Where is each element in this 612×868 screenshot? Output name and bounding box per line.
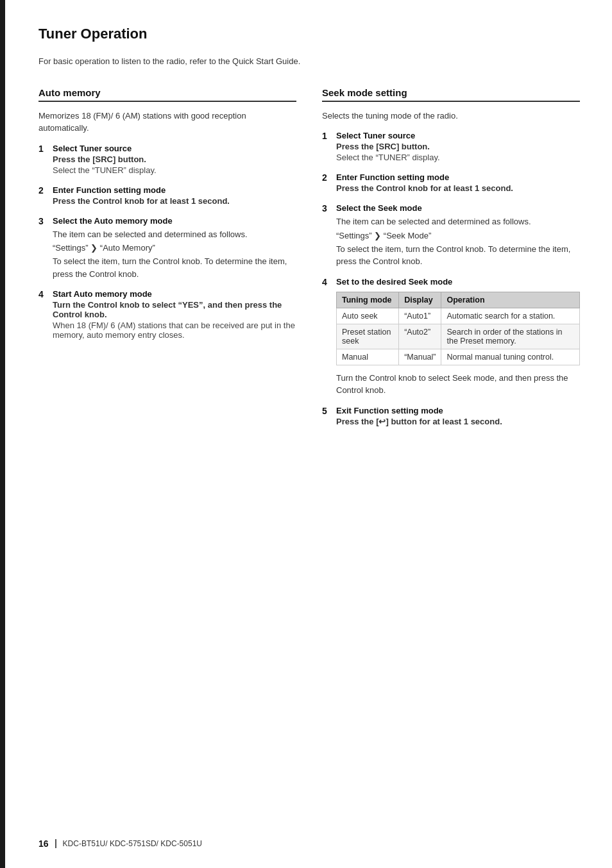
seek-table-row-2-operation: Search in order of the stations in the P…: [441, 324, 580, 349]
footer-page-number: 16: [38, 839, 49, 849]
seek-step-3: 3 Select the Seek mode The item can be s…: [322, 203, 580, 268]
footer-divider: [55, 839, 56, 848]
auto-step-3-settings: “Settings” ❯ “Auto Memory”: [53, 243, 296, 253]
seek-table-row-3: Manual “Manual” Normal manual tuning con…: [337, 349, 580, 365]
auto-step-1-subtext: Press the [SRC] button.: [53, 154, 296, 164]
seek-step-4-after-table: Turn the Control knob to select Seek mod…: [336, 372, 580, 397]
auto-step-3-heading: Select the Auto memory mode: [53, 216, 296, 226]
seek-mode-desc: Selects the tuning mode of the radio.: [322, 110, 580, 122]
auto-step-1-light: Select the “TUNER” display.: [53, 165, 296, 175]
seek-table-row-1-mode: Auto seek: [337, 308, 399, 324]
auto-step-4: 4 Start Auto memory mode Turn the Contro…: [38, 289, 296, 341]
footer-model: KDC-BT51U/ KDC-5751SD/ KDC-5051U: [63, 839, 202, 848]
auto-memory-title: Auto memory: [38, 87, 296, 102]
intro-text: For basic operation to listen to the rad…: [38, 55, 580, 68]
seek-step-2-heading: Enter Function setting mode: [336, 172, 580, 182]
seek-step-4-number: 4: [322, 277, 332, 287]
auto-step-1-heading: Select Tuner source: [53, 144, 296, 153]
auto-step-2-number: 2: [38, 185, 49, 196]
seek-step-1-heading: Select Tuner source: [336, 131, 580, 140]
seek-step-1-light: Select the “TUNER” display.: [336, 153, 580, 162]
seek-table-row-1: Auto seek “Auto1” Automatic search for a…: [337, 308, 580, 324]
page: Tuner Operation For basic operation to l…: [0, 0, 612, 868]
seek-step-1-number: 1: [322, 131, 332, 141]
auto-step-3: 3 Select the Auto memory mode The item c…: [38, 216, 296, 281]
auto-step-1-content: Select Tuner source Press the [SRC] butt…: [53, 144, 296, 176]
seek-mode-steps: 1 Select Tuner source Press the [SRC] bu…: [322, 131, 580, 428]
seek-table-row-2-display: “Auto2”: [399, 324, 441, 349]
seek-step-5: 5 Exit Function setting mode Press the […: [322, 406, 580, 428]
main-layout: Auto memory Memorizes 18 (FM)/ 6 (AM) st…: [38, 87, 580, 437]
page-title: Tuner Operation: [38, 26, 580, 42]
footer: 16 KDC-BT51U/ KDC-5751SD/ KDC-5051U: [38, 839, 580, 849]
seek-step-3-settings: “Settings” ❯ “Seek Mode”: [336, 231, 580, 240]
seek-table-row-1-display: “Auto1”: [399, 308, 441, 324]
auto-memory-desc: Memorizes 18 (FM)/ 6 (AM) stations with …: [38, 110, 296, 135]
auto-step-4-heading: Start Auto memory mode: [53, 289, 296, 299]
seek-table-col-display: Display: [399, 292, 441, 308]
seek-step-5-heading: Exit Function setting mode: [336, 406, 580, 415]
auto-step-1-number: 1: [38, 144, 49, 154]
seek-table-row-3-mode: Manual: [337, 349, 399, 365]
left-column: Auto memory Memorizes 18 (FM)/ 6 (AM) st…: [38, 87, 296, 437]
auto-step-3-content: Select the Auto memory mode The item can…: [53, 216, 296, 281]
seek-table-col-mode: Tuning mode: [337, 292, 399, 308]
seek-table-col-operation: Operation: [441, 292, 580, 308]
seek-mode-title: Seek mode setting: [322, 87, 580, 102]
seek-table-row-3-operation: Normal manual tuning control.: [441, 349, 580, 365]
seek-step-2-subtext: Press the Control knob for at least 1 se…: [336, 183, 580, 193]
auto-step-2-content: Enter Function setting mode Press the Co…: [53, 185, 296, 207]
page-left-border: [0, 0, 5, 868]
seek-step-5-subtext: Press the [↩] button for at least 1 seco…: [336, 417, 580, 426]
seek-step-5-number: 5: [322, 406, 332, 416]
seek-mode-table: Tuning mode Display Operation Auto seek …: [336, 292, 580, 365]
seek-table-row-2: Preset station seek “Auto2” Search in or…: [337, 324, 580, 349]
seek-step-2-number: 2: [322, 172, 332, 183]
auto-step-4-subtext: Turn the Control knob to select “YES”, a…: [53, 300, 296, 319]
seek-table-row-3-display: “Manual”: [399, 349, 441, 365]
seek-table-row-1-operation: Automatic search for a station.: [441, 308, 580, 324]
right-column: Seek mode setting Selects the tuning mod…: [322, 87, 580, 437]
seek-step-1: 1 Select Tuner source Press the [SRC] bu…: [322, 131, 580, 163]
auto-step-2-subtext: Press the Control knob for at least 1 se…: [53, 196, 296, 206]
seek-step-1-subtext: Press the [SRC] button.: [336, 142, 580, 151]
auto-step-2-heading: Enter Function setting mode: [53, 185, 296, 195]
seek-step-3-content: Select the Seek mode The item can be sel…: [336, 203, 580, 268]
auto-step-1: 1 Select Tuner source Press the [SRC] bu…: [38, 144, 296, 176]
seek-step-5-content: Exit Function setting mode Press the [↩]…: [336, 406, 580, 428]
seek-step-4-heading: Set to the desired Seek mode: [336, 277, 580, 287]
auto-step-2: 2 Enter Function setting mode Press the …: [38, 185, 296, 207]
seek-table-row-2-mode: Preset station seek: [337, 324, 399, 349]
auto-step-4-light: When 18 (FM)/ 6 (AM) stations that can b…: [53, 321, 296, 340]
auto-step-4-content: Start Auto memory mode Turn the Control …: [53, 289, 296, 341]
seek-step-3-number: 3: [322, 203, 332, 213]
seek-step-3-body2: To select the item, turn the Control kno…: [336, 243, 580, 268]
seek-step-3-body1: The item can be selected and determined …: [336, 215, 580, 228]
auto-memory-steps: 1 Select Tuner source Press the [SRC] bu…: [38, 144, 296, 342]
seek-step-3-heading: Select the Seek mode: [336, 203, 580, 213]
seek-table-header-row: Tuning mode Display Operation: [337, 292, 580, 308]
auto-step-3-body1: The item can be selected and determined …: [53, 228, 296, 241]
auto-step-4-number: 4: [38, 289, 49, 299]
seek-step-2: 2 Enter Function setting mode Press the …: [322, 172, 580, 194]
auto-step-3-number: 3: [38, 216, 49, 226]
auto-step-3-body2: To select the item, turn the Control kno…: [53, 255, 296, 280]
seek-step-4-content: Set to the desired Seek mode Tuning mode…: [336, 277, 580, 397]
seek-step-4: 4 Set to the desired Seek mode Tuning mo…: [322, 277, 580, 397]
seek-step-2-content: Enter Function setting mode Press the Co…: [336, 172, 580, 194]
seek-step-1-content: Select Tuner source Press the [SRC] butt…: [336, 131, 580, 163]
